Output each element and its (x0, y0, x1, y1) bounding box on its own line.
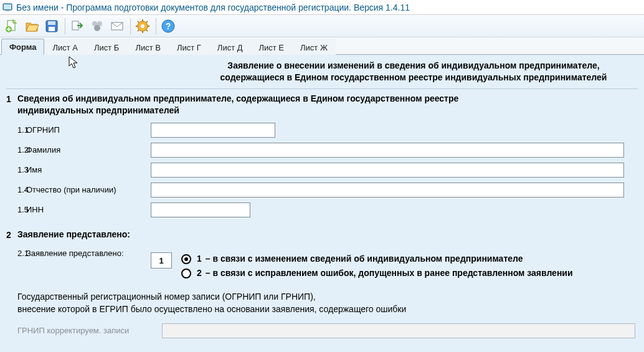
export-button[interactable] (68, 17, 87, 36)
tab-sheet-g[interactable]: Лист Г (169, 39, 209, 55)
toolbar-separator (65, 18, 65, 34)
option-1-radio[interactable] (181, 254, 191, 264)
tab-sheet-d[interactable]: Лист Д (209, 39, 251, 55)
svg-point-14 (141, 24, 144, 28)
option-2[interactable]: 2 – в связи с исправлением ошибок, допущ… (178, 267, 573, 278)
section-2: 2 Заявление представлено: 2.1 Заявление … (6, 222, 638, 341)
send-button[interactable] (88, 17, 107, 36)
save-button[interactable] (42, 17, 61, 36)
option-1[interactable]: 1 – в связи с изменением сведений об инд… (178, 252, 573, 264)
svg-line-21 (138, 30, 139, 31)
window-titlebar: Без имени - Программа подготовки докумен… (0, 0, 644, 15)
svg-rect-1 (4, 4, 11, 9)
svg-point-11 (94, 25, 100, 31)
toolbar-separator (130, 18, 131, 34)
tab-sheet-b[interactable]: Лист Б (86, 39, 127, 55)
option-1-num: 1 (197, 254, 202, 264)
grnip-correct-row: ГРНИП корректируем. записи (6, 321, 638, 338)
patronymic-input[interactable] (151, 183, 624, 197)
svg-rect-2 (6, 10, 9, 11)
tab-sheet-e[interactable]: Лист Е (251, 39, 293, 55)
field-label: Имя (26, 165, 151, 174)
field-num: 2.1 (6, 249, 26, 258)
mail-button[interactable] (108, 17, 126, 36)
svg-line-20 (146, 30, 148, 31)
svg-rect-6 (48, 21, 55, 25)
section-1: 1 Сведения об индивидуальном предпринима… (6, 88, 638, 222)
toolbar: ? (0, 15, 644, 37)
tab-form[interactable]: Форма (1, 39, 44, 55)
field-patronymic-row: 1.4 Отчество (при наличии) (6, 180, 638, 200)
grnip-correct-input (162, 323, 635, 338)
field-ogrnip-row: 1.1 ОГРНИП (6, 120, 638, 140)
svg-text:?: ? (166, 21, 171, 31)
tab-sheet-zh[interactable]: Лист Ж (292, 39, 336, 55)
field-label: ИНН (26, 205, 151, 214)
svg-line-19 (138, 21, 139, 22)
field-num: 1.3 (6, 165, 26, 174)
section-2-note: Государственный регистрационный номер за… (6, 283, 638, 320)
firstname-input[interactable] (151, 163, 624, 178)
field-2-1-row: 2.1 Заявление представлено: 1 1 – в связ… (6, 244, 638, 283)
form-content: Заявление о внесении изменений в сведени… (0, 55, 644, 352)
field-firstname-row: 1.3 Имя (6, 160, 638, 180)
option-list: 1 – в связи с изменением сведений об инд… (178, 252, 573, 278)
tab-sheet-v[interactable]: Лист В (127, 39, 169, 55)
field-num: 1.1 (6, 125, 26, 135)
field-num: 1.4 (6, 185, 26, 194)
tabs: Форма Лист А Лист Б Лист В Лист Г Лист Д… (0, 37, 644, 55)
field-label: Отчество (при наличии) (26, 185, 151, 194)
svg-line-22 (146, 21, 148, 22)
option-2-radio[interactable] (181, 269, 191, 278)
section-1-head: Сведения об индивидуальном предпринимате… (17, 93, 491, 120)
ogrnip-input[interactable] (151, 123, 275, 138)
option-2-num: 2 (197, 268, 202, 278)
field-label: Заявление представлено: (26, 249, 151, 258)
tab-sheet-a[interactable]: Лист А (44, 39, 86, 55)
toolbar-separator (156, 18, 156, 34)
section-1-num: 1 (6, 93, 17, 104)
field-num: 1.5 (6, 205, 26, 214)
open-button[interactable] (22, 17, 41, 36)
inn-input[interactable] (151, 202, 250, 217)
selected-option-box[interactable]: 1 (151, 252, 172, 269)
field-label: ОГРНИП (26, 125, 151, 135)
settings-button[interactable] (133, 17, 152, 36)
help-button[interactable]: ? (159, 17, 178, 36)
field-label: Фамилия (26, 145, 151, 155)
section-2-num: 2 (6, 229, 17, 240)
app-icon (2, 2, 12, 12)
svg-rect-7 (49, 27, 55, 31)
new-button[interactable] (2, 17, 21, 36)
grnip-correct-label: ГРНИП корректируем. записи (17, 326, 162, 335)
window-title: Без имени - Программа подготовки докумен… (16, 2, 410, 12)
section-2-head: Заявление представлено: (17, 229, 130, 244)
option-2-text: – в связи с исправлением ошибок, допущен… (206, 268, 573, 278)
lastname-input[interactable] (151, 143, 624, 158)
field-num: 1.2 (6, 145, 26, 155)
option-1-text: – в связи с изменением сведений об индив… (206, 254, 523, 264)
field-inn-row: 1.5 ИНН (6, 200, 638, 220)
form-title: Заявление о внесении изменений в сведени… (189, 57, 638, 88)
field-lastname-row: 1.2 Фамилия (6, 140, 638, 160)
